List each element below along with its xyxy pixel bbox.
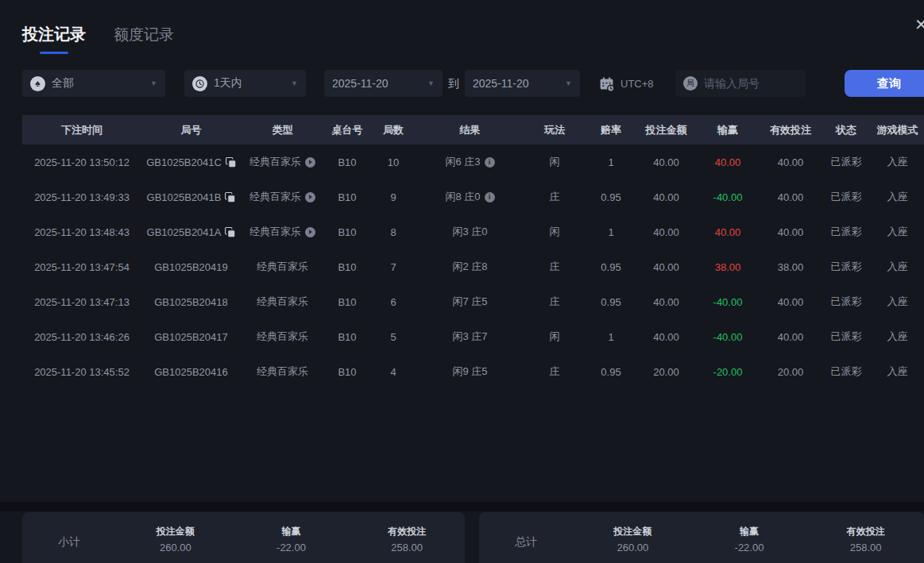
table-header: 下注时间局号类型桌台号局数结果玩法赔率投注金额输赢有效投注状态游戏模式	[22, 115, 924, 145]
total-bet-amount: 投注金额 260.00	[574, 525, 691, 560]
cell-round-no: 10	[370, 145, 416, 179]
stat-label: 有效投注	[807, 525, 924, 538]
cell-table-no: B10	[324, 214, 370, 249]
info-icon[interactable]: i	[485, 157, 495, 168]
cell-game-mode: 入座	[871, 249, 924, 284]
column-header-odds: 赔率	[586, 115, 636, 145]
cell-play: 庄	[524, 354, 586, 389]
cell-win-loss: -20.00	[696, 354, 760, 389]
cell-bet-time: 2025-11-20 13:48:43	[22, 214, 141, 249]
cell-game-id: GB1025B20418	[141, 284, 241, 319]
stat-value: 260.00	[574, 542, 691, 553]
cell-win-loss: 40.00	[696, 145, 760, 179]
time-range-select[interactable]: 1天内 ▼	[184, 70, 306, 97]
game-id-icon: 局	[683, 76, 698, 91]
chevron-down-icon: ▼	[427, 79, 435, 87]
cell-round-no: 9	[370, 179, 416, 214]
spade-icon: ♠	[30, 76, 45, 91]
date-from-picker[interactable]: 2025-11-20 ▼	[324, 70, 443, 97]
cell-game-type: 经典百家乐	[241, 214, 324, 249]
cell-play: 庄	[524, 249, 586, 284]
cell-win-loss: -40.00	[696, 179, 760, 214]
table-row: 2025-11-20 13:49:33GB1025B2041B经典百家乐B109…	[22, 179, 924, 214]
clock-icon	[192, 76, 207, 91]
stat-value: 258.00	[349, 542, 465, 553]
cell-game-mode: 入座	[871, 284, 924, 319]
total-title: 总计	[515, 535, 574, 550]
stat-label: 有效投注	[349, 525, 465, 538]
cell-status: 已派彩	[822, 354, 871, 389]
video-replay-icon[interactable]	[305, 227, 315, 237]
cell-bet-time: 2025-11-20 13:46:26	[22, 319, 141, 354]
column-header-table-no: 桌台号	[324, 115, 370, 145]
copy-icon[interactable]	[226, 157, 236, 168]
cell-table-no: B10	[324, 179, 370, 214]
table-row: 2025-11-20 13:48:43GB1025B2041A经典百家乐B108…	[22, 214, 924, 249]
cell-table-no: B10	[324, 284, 370, 319]
cell-play: 闲	[524, 319, 586, 354]
cell-status: 已派彩	[822, 319, 871, 354]
subtotal-valid-bet: 有效投注 258.00	[349, 525, 465, 560]
copy-icon[interactable]	[225, 227, 235, 237]
query-button[interactable]: 查询	[845, 70, 924, 97]
tab-betting-records[interactable]: 投注记录	[22, 24, 86, 45]
cell-game-mode: 入座	[871, 145, 924, 179]
game-id-search-input[interactable]	[704, 77, 798, 90]
tab-quota-records[interactable]: 额度记录	[114, 25, 174, 45]
chevron-down-icon: ▼	[565, 79, 572, 87]
cell-game-id: GB1025B2041C	[141, 145, 241, 179]
cell-result: 闲3 庄7	[416, 319, 524, 354]
cell-status: 已派彩	[822, 284, 871, 319]
chevron-down-icon: ▼	[150, 79, 157, 87]
game-type-select[interactable]: ♠ 全部 ▼	[22, 70, 165, 97]
timezone-indicator: UTC+8	[598, 70, 654, 97]
date-to-picker[interactable]: 2025-11-20 ▼	[465, 70, 580, 97]
cell-play: 闲	[524, 145, 586, 179]
cell-game-mode: 入座	[871, 354, 924, 389]
chevron-down-icon: ▼	[291, 79, 298, 87]
betting-records-modal: 投注记录 额度记录 ✕ ♠ 全部 ▼ 1天内 ▼ 2025-11-20 ▼ 到 …	[0, 0, 924, 563]
footer-divider	[0, 502, 924, 511]
cell-bet-time: 2025-11-20 13:45:52	[22, 354, 141, 389]
cell-bet-time: 2025-11-20 13:47:54	[22, 249, 141, 284]
table-row: 2025-11-20 13:45:52GB1025B20416经典百家乐B104…	[22, 354, 924, 389]
close-icon[interactable]: ✕	[914, 15, 924, 34]
cell-result: 闲2 庄8	[416, 249, 524, 284]
subtotal-winloss: 输赢 -22.00	[234, 525, 350, 560]
stat-value: -22.00	[691, 542, 808, 553]
copy-icon[interactable]	[225, 192, 235, 202]
cell-bet-amount: 40.00	[636, 179, 696, 214]
cell-play: 庄	[524, 179, 586, 214]
calendar-clock-icon	[598, 75, 615, 92]
cell-result: 闲8 庄0i	[416, 179, 524, 214]
stat-label: 输赢	[234, 525, 350, 538]
cell-table-no: B10	[324, 319, 370, 354]
cell-win-loss: -40.00	[696, 284, 760, 319]
cell-game-id: GB1025B2041A	[141, 214, 241, 249]
cell-game-mode: 入座	[871, 319, 924, 354]
cell-status: 已派彩	[822, 145, 871, 179]
cell-game-type: 经典百家乐	[241, 249, 324, 284]
cell-game-mode: 入座	[871, 214, 924, 249]
column-header-game-type: 类型	[241, 115, 324, 145]
column-header-win-loss: 输赢	[696, 115, 760, 145]
cell-result: 闲3 庄0	[416, 214, 524, 249]
cell-bet-time: 2025-11-20 13:49:33	[22, 179, 141, 214]
video-replay-icon[interactable]	[305, 192, 315, 202]
cell-odds: 0.95	[586, 249, 636, 284]
cell-valid-bet: 38.00	[760, 249, 822, 284]
cell-round-no: 4	[370, 354, 416, 389]
cell-bet-time: 2025-11-20 13:47:13	[22, 284, 141, 319]
stat-value: 258.00	[807, 542, 924, 553]
cell-game-type: 经典百家乐	[241, 179, 324, 214]
cell-odds: 0.95	[586, 179, 636, 214]
column-header-valid-bet: 有效投注	[760, 115, 822, 145]
cell-valid-bet: 40.00	[760, 284, 822, 319]
date-range-to-label: 到	[445, 70, 462, 97]
column-header-game-id: 局号	[141, 115, 241, 145]
cell-valid-bet: 40.00	[760, 319, 822, 354]
cell-round-no: 7	[370, 249, 416, 284]
info-icon[interactable]: i	[485, 192, 495, 202]
video-replay-icon[interactable]	[305, 157, 315, 168]
timezone-label: UTC+8	[621, 78, 654, 90]
